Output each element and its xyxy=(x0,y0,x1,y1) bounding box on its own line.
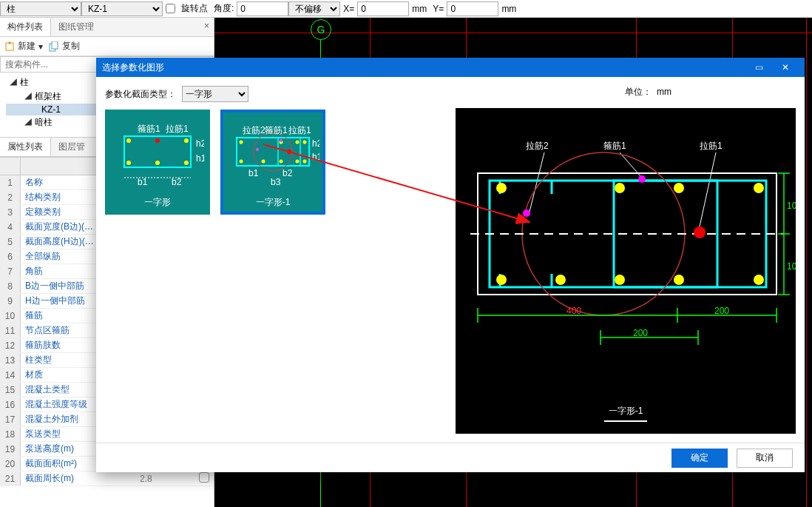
param-type-select[interactable]: 一字形 xyxy=(182,86,248,102)
row-number: 13 xyxy=(0,353,21,367)
svg-text:100: 100 xyxy=(787,201,796,211)
svg-text:拉筋1: 拉筋1 xyxy=(288,125,311,135)
svg-point-28 xyxy=(296,160,300,164)
tab-component-list[interactable]: 构件列表 xyxy=(0,18,51,36)
copy-icon xyxy=(49,41,59,52)
svg-point-29 xyxy=(303,160,307,164)
svg-point-57 xyxy=(555,275,566,285)
chevron-down-icon: ▾ xyxy=(38,41,43,52)
row-number: 2 xyxy=(0,190,21,204)
svg-text:h1: h1 xyxy=(196,153,204,164)
angle-label: 角度: xyxy=(211,2,237,15)
svg-point-9 xyxy=(155,138,160,143)
svg-point-58 xyxy=(615,275,625,285)
svg-text:b1: b1 xyxy=(248,168,259,178)
offset-select[interactable]: 不偏移 xyxy=(288,1,340,16)
row-number: 11 xyxy=(0,323,21,338)
svg-point-63 xyxy=(694,226,706,238)
cancel-button[interactable]: 取消 xyxy=(737,449,793,468)
svg-point-21 xyxy=(240,141,243,144)
new-icon xyxy=(4,41,15,52)
svg-point-55 xyxy=(754,183,764,193)
row-number: 6 xyxy=(0,249,21,263)
row-number: 15 xyxy=(0,383,21,397)
rotate-checkbox[interactable] xyxy=(166,4,175,13)
shape-preview: 拉筋2 箍筋1 拉筋1 xyxy=(456,108,796,434)
shape-thumb-yizixing[interactable]: 箍筋1 拉筋1 b1 b2 h2 h1 一字形 xyxy=(105,110,210,215)
axis-bubble: G xyxy=(311,19,331,40)
svg-text:b3: b3 xyxy=(271,177,281,187)
row-number: 7 xyxy=(0,264,21,278)
svg-text:h2: h2 xyxy=(196,138,204,149)
row-number: 9 xyxy=(0,294,21,308)
svg-text:h2: h2 xyxy=(312,138,319,149)
category-select[interactable]: 柱 xyxy=(0,1,81,16)
dialog-title: 选择参数化图形 xyxy=(102,61,745,74)
svg-text:h1: h1 xyxy=(312,152,319,162)
x-input[interactable] xyxy=(357,1,409,16)
new-label: 新建 xyxy=(18,40,35,53)
svg-text:200: 200 xyxy=(633,328,648,338)
property-row[interactable]: 21截面周长(m)2.8 xyxy=(0,471,214,486)
ok-button[interactable]: 确定 xyxy=(671,449,728,468)
unit-label: 单位： mm xyxy=(625,86,671,98)
svg-text:拉筋2: 拉筋2 xyxy=(526,141,549,151)
property-check[interactable] xyxy=(194,472,214,485)
svg-point-25 xyxy=(240,160,243,164)
rotate-label: 旋转点 xyxy=(178,2,211,15)
dialog-titlebar[interactable]: 选择参数化图形 ▭ ✕ xyxy=(96,58,805,77)
svg-point-6 xyxy=(126,161,131,165)
copy-button[interactable]: 复制 xyxy=(49,40,80,53)
close-dialog-icon[interactable]: ✕ xyxy=(772,62,799,73)
thumb-label: 一字形 xyxy=(108,196,207,209)
svg-point-62 xyxy=(638,175,646,183)
row-number: 19 xyxy=(0,442,21,456)
row-number: 18 xyxy=(0,427,21,441)
row-number: 10 xyxy=(0,309,21,323)
svg-text:200: 200 xyxy=(714,306,729,316)
row-number: 21 xyxy=(0,471,21,486)
row-number: 1 xyxy=(0,175,21,189)
svg-point-27 xyxy=(280,160,283,164)
tab-drawing-mgmt[interactable]: 图纸管理 xyxy=(51,18,101,36)
svg-text:b2: b2 xyxy=(172,177,182,187)
svg-point-7 xyxy=(184,161,189,165)
minimize-icon[interactable]: ▭ xyxy=(745,62,772,73)
copy-label: 复制 xyxy=(62,40,80,53)
svg-point-59 xyxy=(674,275,684,285)
mm-label-2: mm xyxy=(498,4,519,14)
svg-text:拉筋1: 拉筋1 xyxy=(166,124,189,134)
row-number: 8 xyxy=(0,279,21,293)
svg-point-24 xyxy=(303,141,307,144)
svg-point-4 xyxy=(126,138,131,143)
svg-text:100: 100 xyxy=(787,261,796,272)
top-toolbar: 柱 KZ-1 旋转点 角度: 不偏移 X= mm Y= mm xyxy=(0,0,812,18)
y-label: Y= xyxy=(430,4,447,14)
row-number: 5 xyxy=(0,235,21,249)
property-value: 2.8 xyxy=(135,474,194,484)
svg-point-31 xyxy=(256,148,259,151)
component-tabs: 构件列表 图纸管理 xyxy=(0,18,214,37)
svg-point-26 xyxy=(262,160,265,164)
row-number: 17 xyxy=(0,412,21,426)
svg-line-44 xyxy=(530,152,544,212)
y-input[interactable] xyxy=(447,1,498,16)
svg-point-30 xyxy=(287,150,291,154)
item-select[interactable]: KZ-1 xyxy=(81,1,163,16)
angle-input[interactable] xyxy=(237,1,288,16)
svg-point-8 xyxy=(155,161,160,165)
new-button[interactable]: 新建 ▾ xyxy=(4,40,43,53)
svg-point-5 xyxy=(184,138,189,143)
row-number: 20 xyxy=(0,457,21,471)
tab-property-list[interactable]: 属性列表 xyxy=(0,138,51,156)
x-label: X= xyxy=(340,4,357,14)
param-type-label: 参数化截面类型： xyxy=(105,88,176,101)
svg-point-52 xyxy=(496,183,507,193)
panel-toolbar: 新建 ▾ 复制 xyxy=(0,37,214,56)
tab-layer-mgmt[interactable]: 图层管 xyxy=(51,138,92,156)
svg-text:400: 400 xyxy=(566,306,581,316)
shape-thumb-yizixing-1[interactable]: 拉筋2 箍筋1 拉筋1 b1 b2 b3 h2 h1 一字形-1 xyxy=(220,110,325,215)
row-number: 16 xyxy=(0,397,21,412)
dialog-right-pane: 单位： mm 拉筋2 箍筋1 拉筋1 xyxy=(447,77,805,443)
close-icon[interactable]: × xyxy=(204,21,209,31)
